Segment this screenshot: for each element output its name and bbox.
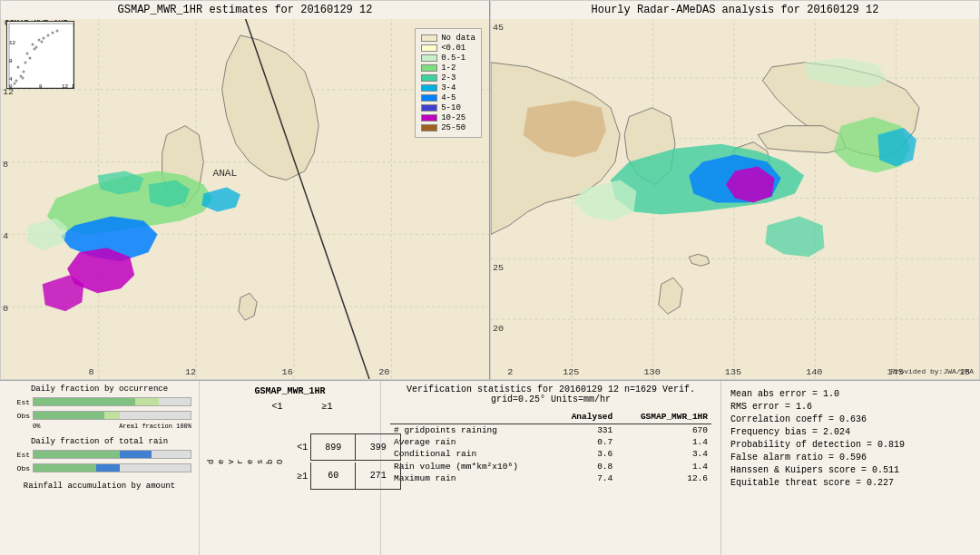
stats-val-analysed-3: 0.8 bbox=[552, 460, 621, 472]
contingency-title: GSMAP_MWR_1HR bbox=[207, 386, 373, 396]
stats-header-row: Analysed GSMAP_MWR_1HR bbox=[390, 410, 711, 424]
stats-val-gsmap-0: 670 bbox=[620, 424, 711, 437]
legend-label-05-1: 0.5-1 bbox=[441, 54, 466, 63]
legend-color-2-3 bbox=[421, 74, 437, 82]
bar-fill-obs2-green bbox=[34, 464, 96, 472]
stats-val-analysed-1: 0.7 bbox=[552, 436, 621, 448]
bar-row-obs2: Obs bbox=[7, 462, 191, 474]
chart-title-rain: Daily fraction of total rain bbox=[7, 437, 191, 446]
cell-r2c1: 60 bbox=[310, 462, 356, 490]
bar-label-est2: Est bbox=[7, 451, 30, 459]
legend-label-1-2: 1-2 bbox=[441, 63, 456, 73]
svg-text:45: 45 bbox=[493, 23, 504, 33]
svg-text:ANAL: ANAL bbox=[212, 168, 237, 179]
legend-item-5-10: 5-10 bbox=[421, 103, 475, 112]
svg-text:8: 8 bbox=[3, 160, 8, 170]
svg-text:25: 25 bbox=[493, 263, 504, 273]
svg-point-6 bbox=[29, 57, 32, 60]
legend-color-05-1 bbox=[421, 54, 437, 62]
inset-scatter-box: 0 8 12 16 4 8 12 bbox=[6, 21, 74, 89]
stats-row-label-3: Rain volume (mm*km²x10⁶) bbox=[390, 460, 552, 472]
svg-text:8: 8 bbox=[9, 58, 13, 64]
right-stats-panel: Mean abs error = 1.0RMS error = 1.6Corre… bbox=[721, 381, 980, 555]
legend-color-5-10 bbox=[421, 104, 437, 112]
right-stat-3: Frequency bias = 2.024 bbox=[730, 427, 971, 437]
svg-text:20: 20 bbox=[378, 367, 389, 377]
legend-item-001: <0.01 bbox=[421, 44, 475, 53]
legend-color-nodata bbox=[421, 34, 437, 42]
svg-text:20: 20 bbox=[493, 324, 504, 334]
svg-point-12 bbox=[47, 34, 50, 37]
legend-item-4-5: 4-5 bbox=[421, 93, 475, 102]
chart-title-amount: Rainfall accumulation by amount bbox=[7, 482, 191, 491]
bar-fill-est2-green bbox=[34, 451, 120, 458]
stats-row-4: Maximum rain 7.4 12.6 bbox=[390, 472, 711, 484]
row-header-lt1: <1 bbox=[288, 443, 308, 453]
bar-fill-obs1-green bbox=[34, 412, 104, 419]
contingency-table-container: <1 899 399 ≥1 60 271 bbox=[288, 433, 401, 490]
svg-point-9 bbox=[32, 44, 34, 46]
svg-point-14 bbox=[56, 30, 59, 33]
stats-row-1: Average rain 0.7 1.4 bbox=[390, 436, 711, 448]
legend-color-1-2 bbox=[421, 64, 437, 72]
col-header-lt1: <1 bbox=[252, 402, 302, 412]
color-legend: No data <0.01 0.5-1 1-2 2-3 bbox=[415, 28, 482, 138]
stats-val-analysed-4: 7.4 bbox=[552, 472, 621, 484]
legend-item-2-3: 2-3 bbox=[421, 73, 475, 83]
svg-point-18 bbox=[35, 46, 38, 49]
svg-text:8: 8 bbox=[88, 367, 93, 377]
bar-label-obs2: Obs bbox=[7, 464, 30, 472]
legend-item-25-50: 25-50 bbox=[421, 123, 475, 132]
bar-row-obs1: Obs bbox=[7, 409, 191, 422]
bar-container-est2 bbox=[33, 450, 191, 459]
bar-container-est1 bbox=[33, 397, 191, 406]
svg-point-10 bbox=[38, 39, 41, 42]
right-map-svg: 45 40 35 30 25 20 2 125 130 135 140 145 … bbox=[491, 17, 979, 379]
stats-val-gsmap-1: 1.4 bbox=[620, 436, 711, 448]
right-stat-2: Correlation coeff = 0.636 bbox=[730, 414, 971, 424]
charts-panel: Daily fraction by occurrence Est Obs bbox=[0, 381, 200, 555]
bar-label-obs1: Obs bbox=[7, 412, 30, 420]
legend-color-001 bbox=[421, 44, 437, 52]
left-map-title: GSMAP_MWR_1HR estimates for 20160129 12 bbox=[1, 1, 489, 19]
stats-val-gsmap-4: 12.6 bbox=[620, 472, 711, 484]
svg-text:4: 4 bbox=[3, 231, 8, 241]
bar-container-obs1 bbox=[33, 411, 191, 420]
legend-label-25-50: 25-50 bbox=[441, 123, 466, 132]
svg-text:0: 0 bbox=[9, 83, 13, 89]
svg-point-17 bbox=[14, 83, 16, 85]
bar-container-obs2 bbox=[33, 463, 191, 472]
legend-color-3-4 bbox=[421, 84, 437, 92]
svg-text:12 16: 12 16 bbox=[62, 83, 74, 89]
legend-item-05-1: 0.5-1 bbox=[421, 54, 475, 63]
stats-val-gsmap-2: 3.4 bbox=[620, 448, 711, 460]
main-container: GSMAP_MWR_1HR estimates for 20160129 12 … bbox=[0, 0, 980, 555]
stats-row-3: Rain volume (mm*km²x10⁶) 0.8 1.4 bbox=[390, 460, 711, 472]
svg-text:4: 4 bbox=[9, 76, 13, 83]
axis-label-0pct: 0% bbox=[33, 423, 40, 430]
right-stat-1: RMS error = 1.6 bbox=[730, 402, 971, 412]
verification-panel: Verification statistics for 20160129 12 … bbox=[381, 381, 721, 555]
bar-fill-est1-green bbox=[34, 398, 135, 405]
svg-point-5 bbox=[24, 62, 27, 64]
stats-row-2: Conditional rain 3.6 3.4 bbox=[390, 448, 711, 460]
chart-title-occurrence: Daily fraction by occurrence bbox=[7, 385, 191, 394]
legend-label-3-4: 3-4 bbox=[441, 83, 456, 92]
svg-point-15 bbox=[22, 77, 24, 80]
bar-chart-rain: Est Obs bbox=[7, 448, 191, 474]
cell-r1c2: 399 bbox=[356, 433, 401, 461]
right-map-panel: Hourly Radar-AMeDAS analysis for 2016012… bbox=[490, 0, 980, 380]
right-stats-container: Mean abs error = 1.0RMS error = 1.6Corre… bbox=[730, 389, 971, 488]
svg-point-4 bbox=[17, 66, 20, 69]
inset-scatter-svg: 0 8 12 16 4 8 12 bbox=[7, 22, 74, 89]
bar-fill-obs2-blue bbox=[96, 464, 120, 472]
bar-fill-obs1-light bbox=[104, 412, 120, 419]
legend-label-2-3: 2-3 bbox=[441, 73, 456, 83]
svg-point-13 bbox=[52, 32, 54, 34]
stats-row-label-0: # gridpoints raining bbox=[390, 424, 552, 437]
right-stat-0: Mean abs error = 1.0 bbox=[730, 389, 971, 399]
right-stat-7: Equitable threat score = 0.227 bbox=[730, 478, 971, 488]
bar-row-est2: Est bbox=[7, 448, 191, 461]
stats-val-analysed-2: 3.6 bbox=[552, 448, 621, 460]
right-stat-5: False alarm ratio = 0.596 bbox=[730, 453, 971, 462]
